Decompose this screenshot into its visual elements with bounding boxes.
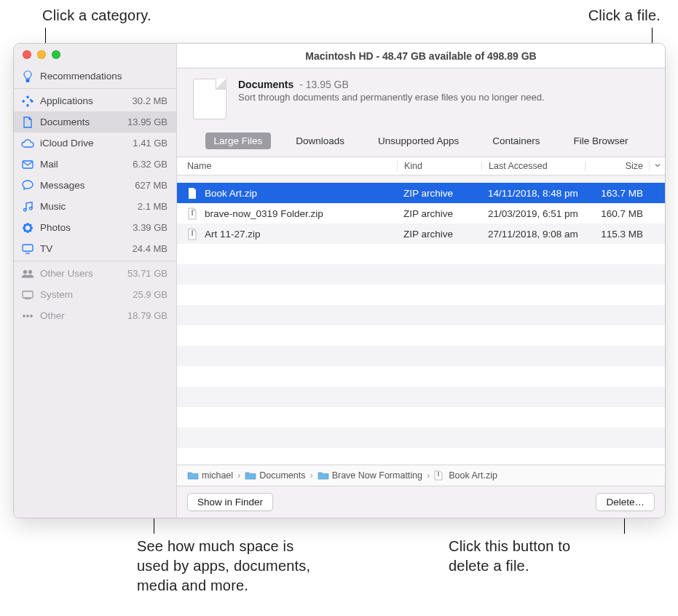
svg-rect-20 [438, 472, 439, 476]
sidebar-list: Recommendations Applications 30.2 MB Doc… [14, 64, 176, 326]
list-empty-row [177, 407, 665, 427]
file-size: 115.3 MB [585, 229, 665, 240]
lightbulb-icon [20, 70, 36, 83]
tab-containers[interactable]: Containers [484, 133, 548, 149]
svg-rect-18 [192, 210, 193, 216]
sidebar-item-label: Photos [40, 222, 133, 233]
sidebar-item-label: Messages [40, 180, 135, 191]
sidebar-item-label: Mail [40, 159, 133, 170]
file-kind: ZIP archive [397, 229, 481, 240]
sidebar-item-system[interactable]: System 25.9 GB [14, 284, 176, 305]
footer: Show in Finder Delete… [177, 486, 665, 518]
svg-point-3 [26, 223, 29, 226]
window-controls [14, 44, 176, 64]
svg-point-12 [23, 270, 27, 274]
list-empty-row [177, 366, 665, 387]
tab-file-browser[interactable]: File Browser [564, 133, 636, 149]
list-empty-row [177, 305, 665, 325]
svg-point-13 [28, 270, 32, 274]
other-icon [20, 314, 36, 318]
sidebar-divider [14, 88, 176, 89]
sidebar-item-tv[interactable]: TV 24.4 MB [14, 238, 176, 259]
sidebar-item-label: iCloud Drive [40, 138, 133, 149]
file-date: 27/11/2018, 9:08 am [481, 229, 585, 240]
sidebar-item-size: 3.39 GB [133, 222, 167, 233]
close-button[interactable] [23, 50, 31, 59]
sidebar-item-size: 53.71 GB [127, 268, 167, 279]
column-date[interactable]: Last Accessed [481, 161, 585, 171]
chevron-right-icon: › [427, 470, 430, 481]
path-bar[interactable]: michael › Documents › Brave Now Formatti… [177, 465, 665, 486]
column-headers[interactable]: Name Kind Last Accessed Size [177, 157, 665, 175]
svg-point-4 [26, 230, 29, 233]
callout-bottom-right: Click this button to delete a file. [449, 537, 609, 576]
cloud-icon [20, 139, 36, 148]
file-icon [187, 187, 197, 200]
sidebar-item-other-users[interactable]: Other Users 53.71 GB [14, 263, 176, 284]
folder-icon [245, 471, 256, 480]
document-icon [20, 117, 36, 128]
tab-unsupported-apps[interactable]: Unsupported Apps [369, 133, 468, 149]
document-thumbnail-icon [193, 79, 226, 119]
sidebar-item-size: 2.1 MB [138, 201, 167, 212]
svg-rect-19 [192, 230, 193, 236]
sidebar-item-music[interactable]: Music 2.1 MB [14, 196, 176, 217]
sidebar-item-recommendations[interactable]: Recommendations [14, 66, 176, 87]
file-name: brave-now_0319 Folder.zip [205, 208, 323, 219]
callout-line [624, 517, 625, 534]
table-row[interactable]: Book Art.zip ZIP archive 14/11/2018, 8:4… [177, 183, 665, 203]
chevron-right-icon: › [310, 470, 312, 481]
column-kind[interactable]: Kind [397, 161, 481, 171]
list-empty-row [177, 244, 665, 264]
path-segment[interactable]: michael [202, 470, 233, 481]
sidebar-item-applications[interactable]: Applications 30.2 MB [14, 90, 176, 111]
sidebar-item-size: 6.32 GB [133, 159, 167, 170]
header-size: 13.95 GB [306, 79, 349, 90]
file-list: Book Art.zip ZIP archive 14/11/2018, 8:4… [177, 175, 665, 465]
svg-point-8 [29, 224, 32, 226]
sidebar: Recommendations Applications 30.2 MB Doc… [14, 44, 177, 518]
path-segment[interactable]: Book Art.zip [449, 470, 497, 481]
show-in-finder-button[interactable]: Show in Finder [187, 493, 273, 511]
callout-bottom-left: See how much space is used by apps, docu… [137, 537, 326, 596]
column-name[interactable]: Name [187, 161, 397, 171]
sidebar-item-mail[interactable]: Mail 6.32 GB [14, 154, 176, 175]
mail-icon [20, 160, 36, 169]
path-segment[interactable]: Brave Now Formatting [332, 470, 422, 481]
svg-point-10 [29, 229, 32, 232]
applications-icon [20, 95, 36, 107]
column-size[interactable]: Size [585, 161, 649, 171]
svg-point-15 [23, 315, 25, 317]
sidebar-item-icloud[interactable]: iCloud Drive 1.41 GB [14, 133, 176, 154]
tab-downloads[interactable]: Downloads [287, 133, 353, 149]
users-icon [20, 269, 36, 278]
minimize-button[interactable] [37, 50, 46, 59]
path-segment[interactable]: Documents [259, 470, 305, 481]
table-row[interactable]: brave-now_0319 Folder.zip ZIP archive 21… [177, 203, 665, 224]
header-text: Documents - 13.95 GB Sort through docume… [238, 79, 545, 103]
tab-large-files[interactable]: Large Files [205, 133, 272, 149]
messages-icon [20, 180, 36, 191]
sidebar-item-other[interactable]: Other 18.79 GB [14, 305, 176, 326]
list-empty-row [177, 387, 665, 407]
svg-point-17 [31, 315, 33, 317]
sidebar-item-documents[interactable]: Documents 13.95 GB [14, 111, 176, 133]
svg-point-1 [24, 208, 27, 211]
svg-point-2 [30, 207, 33, 210]
main-panel: Macintosh HD - 48.47 GB available of 498… [177, 44, 665, 518]
maximize-button[interactable] [52, 50, 60, 59]
sidebar-item-size: 18.79 GB [127, 310, 167, 321]
column-chevron-icon[interactable] [649, 161, 665, 171]
sidebar-item-photos[interactable]: Photos 3.39 GB [14, 217, 176, 238]
delete-button[interactable]: Delete… [596, 493, 655, 511]
chevron-right-icon: › [237, 470, 240, 481]
header-box: Documents - 13.95 GB Sort through docume… [177, 68, 665, 157]
sidebar-item-size: 25.9 GB [133, 289, 167, 300]
sidebar-item-label: TV [40, 243, 133, 254]
table-row[interactable]: Art 11-27.zip ZIP archive 27/11/2018, 9:… [177, 224, 665, 244]
sidebar-item-messages[interactable]: Messages 627 MB [14, 175, 176, 196]
callout-top-left: Click a category. [42, 7, 151, 24]
file-date: 14/11/2018, 8:48 pm [481, 188, 585, 199]
sidebar-divider [14, 261, 176, 261]
callout-top-right: Click a file. [588, 7, 661, 24]
